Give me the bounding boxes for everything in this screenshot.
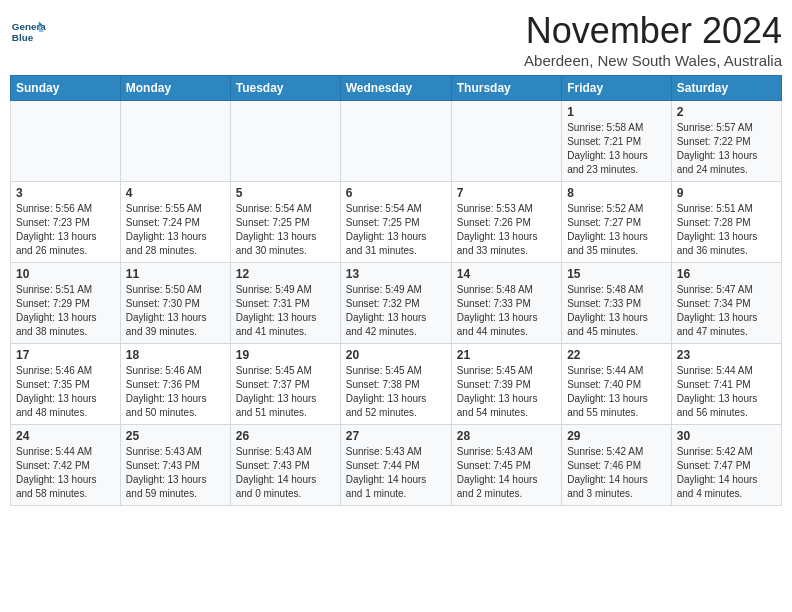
- calendar-cell: [230, 101, 340, 182]
- day-info: Sunrise: 5:44 AM Sunset: 7:41 PM Dayligh…: [677, 364, 776, 420]
- day-number: 30: [677, 429, 776, 443]
- day-number: 8: [567, 186, 666, 200]
- day-info: Sunrise: 5:53 AM Sunset: 7:26 PM Dayligh…: [457, 202, 556, 258]
- day-info: Sunrise: 5:58 AM Sunset: 7:21 PM Dayligh…: [567, 121, 666, 177]
- header-tuesday: Tuesday: [230, 76, 340, 101]
- day-number: 21: [457, 348, 556, 362]
- calendar-cell: 27Sunrise: 5:43 AM Sunset: 7:44 PM Dayli…: [340, 425, 451, 506]
- day-number: 25: [126, 429, 225, 443]
- day-number: 15: [567, 267, 666, 281]
- day-number: 14: [457, 267, 556, 281]
- day-info: Sunrise: 5:47 AM Sunset: 7:34 PM Dayligh…: [677, 283, 776, 339]
- day-number: 24: [16, 429, 115, 443]
- day-info: Sunrise: 5:42 AM Sunset: 7:46 PM Dayligh…: [567, 445, 666, 501]
- calendar-cell: 17Sunrise: 5:46 AM Sunset: 7:35 PM Dayli…: [11, 344, 121, 425]
- day-number: 4: [126, 186, 225, 200]
- day-number: 12: [236, 267, 335, 281]
- calendar-cell: 11Sunrise: 5:50 AM Sunset: 7:30 PM Dayli…: [120, 263, 230, 344]
- day-number: 11: [126, 267, 225, 281]
- calendar-cell: 23Sunrise: 5:44 AM Sunset: 7:41 PM Dayli…: [671, 344, 781, 425]
- day-info: Sunrise: 5:43 AM Sunset: 7:45 PM Dayligh…: [457, 445, 556, 501]
- header-monday: Monday: [120, 76, 230, 101]
- location-subtitle: Aberdeen, New South Wales, Australia: [524, 52, 782, 69]
- day-number: 18: [126, 348, 225, 362]
- day-number: 3: [16, 186, 115, 200]
- day-number: 29: [567, 429, 666, 443]
- day-info: Sunrise: 5:48 AM Sunset: 7:33 PM Dayligh…: [567, 283, 666, 339]
- day-info: Sunrise: 5:54 AM Sunset: 7:25 PM Dayligh…: [236, 202, 335, 258]
- svg-text:Blue: Blue: [12, 32, 34, 43]
- header-sunday: Sunday: [11, 76, 121, 101]
- day-info: Sunrise: 5:45 AM Sunset: 7:38 PM Dayligh…: [346, 364, 446, 420]
- day-number: 2: [677, 105, 776, 119]
- header-thursday: Thursday: [451, 76, 561, 101]
- calendar-cell: 4Sunrise: 5:55 AM Sunset: 7:24 PM Daylig…: [120, 182, 230, 263]
- calendar-cell: 15Sunrise: 5:48 AM Sunset: 7:33 PM Dayli…: [562, 263, 672, 344]
- calendar-cell: [120, 101, 230, 182]
- calendar-cell: 3Sunrise: 5:56 AM Sunset: 7:23 PM Daylig…: [11, 182, 121, 263]
- day-number: 17: [16, 348, 115, 362]
- day-info: Sunrise: 5:54 AM Sunset: 7:25 PM Dayligh…: [346, 202, 446, 258]
- day-number: 5: [236, 186, 335, 200]
- day-info: Sunrise: 5:56 AM Sunset: 7:23 PM Dayligh…: [16, 202, 115, 258]
- header-wednesday: Wednesday: [340, 76, 451, 101]
- day-info: Sunrise: 5:49 AM Sunset: 7:31 PM Dayligh…: [236, 283, 335, 339]
- day-number: 13: [346, 267, 446, 281]
- day-info: Sunrise: 5:46 AM Sunset: 7:35 PM Dayligh…: [16, 364, 115, 420]
- day-info: Sunrise: 5:45 AM Sunset: 7:37 PM Dayligh…: [236, 364, 335, 420]
- calendar-cell: [340, 101, 451, 182]
- day-number: 1: [567, 105, 666, 119]
- calendar-body: 1Sunrise: 5:58 AM Sunset: 7:21 PM Daylig…: [11, 101, 782, 506]
- calendar-cell: 25Sunrise: 5:43 AM Sunset: 7:43 PM Dayli…: [120, 425, 230, 506]
- week-row-1: 1Sunrise: 5:58 AM Sunset: 7:21 PM Daylig…: [11, 101, 782, 182]
- day-info: Sunrise: 5:46 AM Sunset: 7:36 PM Dayligh…: [126, 364, 225, 420]
- title-area: November 2024 Aberdeen, New South Wales,…: [524, 10, 782, 69]
- day-info: Sunrise: 5:52 AM Sunset: 7:27 PM Dayligh…: [567, 202, 666, 258]
- day-info: Sunrise: 5:43 AM Sunset: 7:43 PM Dayligh…: [126, 445, 225, 501]
- day-number: 6: [346, 186, 446, 200]
- day-info: Sunrise: 5:55 AM Sunset: 7:24 PM Dayligh…: [126, 202, 225, 258]
- day-number: 23: [677, 348, 776, 362]
- calendar-cell: 2Sunrise: 5:57 AM Sunset: 7:22 PM Daylig…: [671, 101, 781, 182]
- calendar-cell: 24Sunrise: 5:44 AM Sunset: 7:42 PM Dayli…: [11, 425, 121, 506]
- calendar-cell: 16Sunrise: 5:47 AM Sunset: 7:34 PM Dayli…: [671, 263, 781, 344]
- calendar-cell: 8Sunrise: 5:52 AM Sunset: 7:27 PM Daylig…: [562, 182, 672, 263]
- calendar-cell: [11, 101, 121, 182]
- calendar-cell: 28Sunrise: 5:43 AM Sunset: 7:45 PM Dayli…: [451, 425, 561, 506]
- calendar-cell: 7Sunrise: 5:53 AM Sunset: 7:26 PM Daylig…: [451, 182, 561, 263]
- calendar-cell: 20Sunrise: 5:45 AM Sunset: 7:38 PM Dayli…: [340, 344, 451, 425]
- day-info: Sunrise: 5:44 AM Sunset: 7:40 PM Dayligh…: [567, 364, 666, 420]
- calendar-cell: [451, 101, 561, 182]
- header: General Blue November 2024 Aberdeen, New…: [10, 10, 782, 69]
- day-info: Sunrise: 5:43 AM Sunset: 7:44 PM Dayligh…: [346, 445, 446, 501]
- week-row-2: 3Sunrise: 5:56 AM Sunset: 7:23 PM Daylig…: [11, 182, 782, 263]
- calendar-cell: 1Sunrise: 5:58 AM Sunset: 7:21 PM Daylig…: [562, 101, 672, 182]
- calendar-cell: 5Sunrise: 5:54 AM Sunset: 7:25 PM Daylig…: [230, 182, 340, 263]
- month-title: November 2024: [524, 10, 782, 52]
- calendar-cell: 30Sunrise: 5:42 AM Sunset: 7:47 PM Dayli…: [671, 425, 781, 506]
- header-friday: Friday: [562, 76, 672, 101]
- day-info: Sunrise: 5:50 AM Sunset: 7:30 PM Dayligh…: [126, 283, 225, 339]
- calendar-cell: 9Sunrise: 5:51 AM Sunset: 7:28 PM Daylig…: [671, 182, 781, 263]
- calendar-cell: 14Sunrise: 5:48 AM Sunset: 7:33 PM Dayli…: [451, 263, 561, 344]
- calendar-cell: 18Sunrise: 5:46 AM Sunset: 7:36 PM Dayli…: [120, 344, 230, 425]
- logo: General Blue: [10, 14, 50, 50]
- day-info: Sunrise: 5:48 AM Sunset: 7:33 PM Dayligh…: [457, 283, 556, 339]
- day-number: 28: [457, 429, 556, 443]
- day-info: Sunrise: 5:51 AM Sunset: 7:29 PM Dayligh…: [16, 283, 115, 339]
- day-number: 27: [346, 429, 446, 443]
- calendar-cell: 13Sunrise: 5:49 AM Sunset: 7:32 PM Dayli…: [340, 263, 451, 344]
- day-number: 10: [16, 267, 115, 281]
- day-info: Sunrise: 5:43 AM Sunset: 7:43 PM Dayligh…: [236, 445, 335, 501]
- day-number: 7: [457, 186, 556, 200]
- calendar-cell: 29Sunrise: 5:42 AM Sunset: 7:46 PM Dayli…: [562, 425, 672, 506]
- day-number: 26: [236, 429, 335, 443]
- calendar-table: SundayMondayTuesdayWednesdayThursdayFrid…: [10, 75, 782, 506]
- day-number: 19: [236, 348, 335, 362]
- day-number: 9: [677, 186, 776, 200]
- day-number: 22: [567, 348, 666, 362]
- day-number: 20: [346, 348, 446, 362]
- day-info: Sunrise: 5:49 AM Sunset: 7:32 PM Dayligh…: [346, 283, 446, 339]
- day-info: Sunrise: 5:57 AM Sunset: 7:22 PM Dayligh…: [677, 121, 776, 177]
- calendar-cell: 10Sunrise: 5:51 AM Sunset: 7:29 PM Dayli…: [11, 263, 121, 344]
